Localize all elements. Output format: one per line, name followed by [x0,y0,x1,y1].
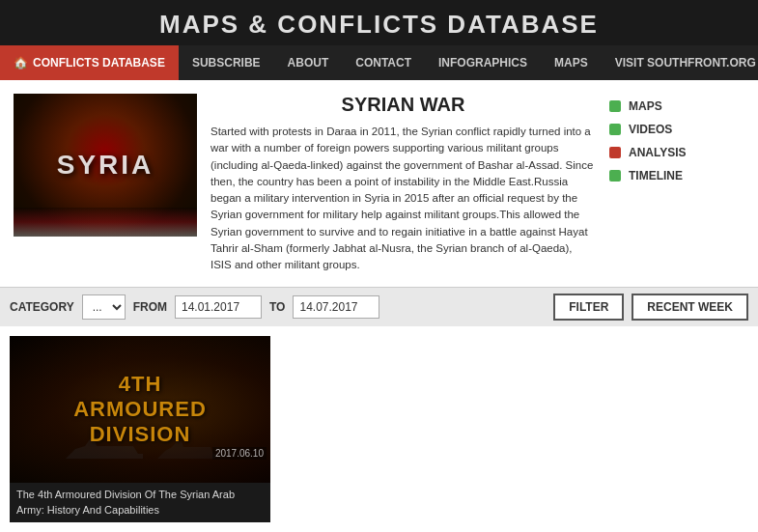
sidebar-link-timeline[interactable]: TIMELINE [609,167,744,184]
nav-item-conflicts-database[interactable]: 🏠 CONFLICTS DATABASE [0,45,179,80]
nav-bar: 🏠 CONFLICTS DATABASE SUBSCRIBE ABOUT CON… [0,45,758,80]
nav-label-maps: MAPS [554,56,588,70]
sidebar-link-analysis[interactable]: ANALYSIS [609,144,744,161]
nav-item-visit-southfront[interactable]: VISIT SOUTHFRONT.ORG [602,45,758,80]
site-header: MAPS & CONFLICTS DATABASE [0,0,758,45]
sidebar-link-videos[interactable]: VIDEOS [609,121,744,138]
nav-label-subscribe: SUBSCRIBE [192,56,261,70]
from-date-input[interactable] [175,295,262,319]
sidebar-links: MAPS VIDEOS ANALYSIS TIMELINE [609,94,744,273]
filter-bar: CATEGORY ... FROM TO FILTER RECENT WEEK [0,287,758,326]
sidebar-link-analysis-label: ANALYSIS [629,146,687,159]
video-card-1[interactable]: 4TH ARMOURED DIVISION 2017.06.10 The 4th… [10,336,270,522]
maps-dot [609,100,621,112]
video-title-bar-1: The 4th Armoured Division Of The Syrian … [10,483,270,522]
sidebar-link-videos-label: VIDEOS [629,123,672,136]
sidebar-link-maps[interactable]: MAPS [609,98,744,115]
filter-button[interactable]: FILTER [553,294,624,321]
site-title: MAPS & CONFLICTS DATABASE [0,10,758,40]
analysis-dot [609,147,621,158]
nav-label-conflicts-database: CONFLICTS DATABASE [33,56,165,70]
sidebar-link-timeline-label: TIMELINE [629,169,683,182]
home-icon: 🏠 [14,56,28,70]
from-label: FROM [133,300,167,314]
nav-item-subscribe[interactable]: SUBSCRIBE [179,45,274,80]
sidebar-link-maps-label: MAPS [629,99,662,113]
to-label: TO [269,300,285,314]
nav-item-about[interactable]: ABOUT [274,45,343,80]
nav-label-about: ABOUT [288,56,329,70]
content-area: SYRIA SYRIAN WAR Started with protests i… [0,80,758,287]
to-date-input[interactable] [293,295,379,319]
nav-item-infographics[interactable]: INFOGRAPHICS [425,45,541,80]
war-image: SYRIA [14,94,197,237]
timeline-dot [609,170,621,182]
recent-week-button[interactable]: RECENT WEEK [632,294,748,321]
nav-label-infographics: INFOGRAPHICS [438,56,527,70]
war-image-label: SYRIA [57,150,154,181]
nav-item-contact[interactable]: CONTACT [342,45,425,80]
nav-item-maps[interactable]: MAPS [541,45,602,80]
video-thumb-text-1: 4TH ARMOURED DIVISION [73,372,207,448]
cards-area: 4TH ARMOURED DIVISION 2017.06.10 The 4th… [0,326,758,532]
video-date-1: 2017.06.10 [212,447,267,460]
nav-label-contact: CONTACT [355,56,411,70]
category-select[interactable]: ... [82,294,126,320]
war-description: SYRIAN WAR Started with protests in Dara… [211,94,596,273]
war-title: SYRIAN WAR [211,94,596,116]
video-thumb-1: 4TH ARMOURED DIVISION 2017.06.10 [10,336,270,483]
war-text: Started with protests in Daraa in 2011, … [211,124,596,273]
videos-dot [609,124,621,135]
nav-label-visit-southfront: VISIT SOUTHFRONT.ORG [615,56,756,70]
category-label: CATEGORY [10,300,74,314]
